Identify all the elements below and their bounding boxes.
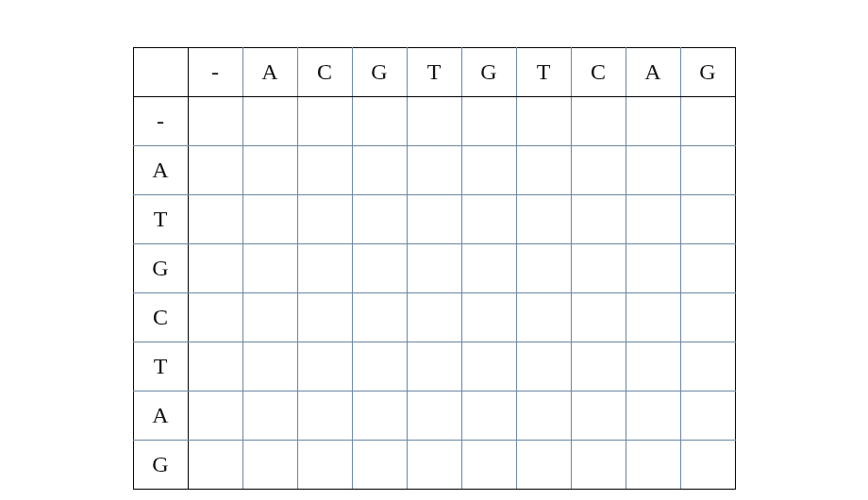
matrix-table: - A C G T G T C A G - A [133, 47, 736, 490]
data-cell [626, 293, 680, 342]
data-cell [188, 293, 242, 342]
data-cell [571, 146, 626, 195]
data-cell [680, 342, 735, 392]
data-cell [461, 97, 516, 146]
data-cell [352, 441, 407, 490]
data-cell [516, 97, 571, 146]
table-row: G [133, 441, 735, 490]
data-cell [407, 146, 461, 195]
data-cell [571, 244, 626, 293]
data-cell [297, 146, 352, 195]
data-cell [297, 97, 352, 146]
data-cell [680, 195, 735, 244]
data-cell [626, 97, 680, 146]
data-cell [571, 342, 626, 392]
data-cell [407, 441, 461, 490]
table-row: - [133, 97, 735, 146]
data-cell [297, 293, 352, 342]
data-cell [516, 195, 571, 244]
data-cell [516, 342, 571, 392]
data-cell [352, 146, 407, 195]
row-header-cell: A [133, 392, 188, 441]
data-cell [188, 392, 242, 441]
data-cell [352, 97, 407, 146]
data-cell [188, 244, 242, 293]
data-cell [297, 195, 352, 244]
data-cell [626, 342, 680, 392]
data-cell [680, 441, 735, 490]
data-cell [188, 441, 242, 490]
data-cell [461, 342, 516, 392]
data-cell [461, 441, 516, 490]
col-header-cell: G [680, 48, 735, 97]
row-header-cell: G [133, 244, 188, 293]
data-cell [461, 392, 516, 441]
data-cell [516, 293, 571, 342]
data-cell [571, 392, 626, 441]
data-cell [407, 195, 461, 244]
data-cell [242, 97, 297, 146]
table-row: C [133, 293, 735, 342]
col-header-cell [133, 48, 188, 97]
data-cell [352, 195, 407, 244]
data-cell [680, 244, 735, 293]
row-header-cell: - [133, 97, 188, 146]
table-row: G [133, 244, 735, 293]
data-cell [188, 342, 242, 392]
data-cell [680, 97, 735, 146]
row-header-cell: T [133, 342, 188, 392]
data-cell [407, 342, 461, 392]
data-cell [188, 97, 242, 146]
data-cell [242, 342, 297, 392]
data-cell [571, 293, 626, 342]
data-cell [188, 146, 242, 195]
data-cell [571, 97, 626, 146]
data-cell [297, 392, 352, 441]
data-cell [461, 195, 516, 244]
data-cell [242, 195, 297, 244]
col-header-cell: A [242, 48, 297, 97]
row-header-cell: A [133, 146, 188, 195]
row-header-cell: G [133, 441, 188, 490]
alignment-matrix: - A C G T G T C A G - A [133, 47, 736, 490]
data-cell [626, 146, 680, 195]
col-header-cell: A [626, 48, 680, 97]
column-header-row: - A C G T G T C A G [133, 48, 735, 97]
data-cell [297, 441, 352, 490]
data-cell [407, 97, 461, 146]
data-cell [407, 244, 461, 293]
data-cell [461, 244, 516, 293]
data-cell [626, 244, 680, 293]
data-cell [680, 293, 735, 342]
data-cell [352, 244, 407, 293]
data-cell [680, 392, 735, 441]
data-cell [571, 441, 626, 490]
col-header-cell: C [297, 48, 352, 97]
data-cell [188, 195, 242, 244]
data-cell [352, 392, 407, 441]
col-header-cell: C [571, 48, 626, 97]
col-header-cell: T [407, 48, 461, 97]
table-row: A [133, 392, 735, 441]
data-cell [242, 146, 297, 195]
data-cell [516, 392, 571, 441]
data-cell [352, 342, 407, 392]
data-cell [461, 146, 516, 195]
data-cell [516, 146, 571, 195]
data-cell [407, 392, 461, 441]
row-header-cell: T [133, 195, 188, 244]
data-cell [626, 392, 680, 441]
data-cell [626, 441, 680, 490]
data-cell [571, 195, 626, 244]
col-header-cell: T [516, 48, 571, 97]
data-cell [516, 441, 571, 490]
data-cell [461, 293, 516, 342]
data-cell [242, 441, 297, 490]
data-cell [297, 244, 352, 293]
col-header-cell: - [188, 48, 242, 97]
data-cell [352, 293, 407, 342]
data-cell [516, 244, 571, 293]
data-cell [297, 342, 352, 392]
table-row: A [133, 146, 735, 195]
data-cell [242, 392, 297, 441]
